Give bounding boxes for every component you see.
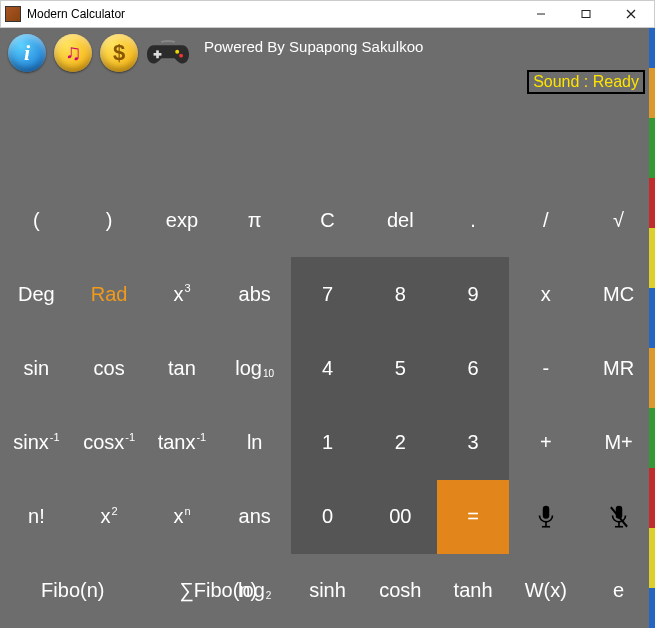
key-4[interactable]: 4 bbox=[291, 331, 364, 405]
key-deg[interactable]: Deg bbox=[0, 257, 73, 331]
music-icon: ♫ bbox=[65, 40, 82, 66]
key-divide[interactable]: / bbox=[509, 183, 582, 257]
key-decimal[interactable]: . bbox=[437, 183, 510, 257]
maximize-button[interactable] bbox=[563, 1, 608, 27]
key-x-power-n[interactable]: xn bbox=[146, 480, 219, 554]
key-arcsin[interactable]: sinx-1 bbox=[0, 405, 73, 479]
key-lambert-w[interactable]: W(x) bbox=[509, 554, 582, 628]
key-ln[interactable]: ln bbox=[218, 405, 291, 479]
key-equals[interactable]: = bbox=[437, 480, 510, 554]
key-right-paren[interactable]: ) bbox=[73, 183, 146, 257]
app-icon bbox=[5, 6, 21, 22]
key-mic-off[interactable] bbox=[582, 480, 655, 554]
key-cos[interactable]: cos bbox=[73, 331, 146, 405]
window-titlebar: Modern Calculator bbox=[0, 0, 655, 28]
key-9[interactable]: 9 bbox=[437, 257, 510, 331]
key-5[interactable]: 5 bbox=[364, 331, 437, 405]
key-memory-clear[interactable]: MC bbox=[582, 257, 655, 331]
key-tanh[interactable]: tanh bbox=[437, 554, 510, 628]
svg-rect-8 bbox=[543, 505, 550, 518]
minimize-button[interactable] bbox=[518, 1, 563, 27]
key-00[interactable]: 00 bbox=[364, 480, 437, 554]
key-pi[interactable]: π bbox=[218, 183, 291, 257]
key-sqrt[interactable]: √ bbox=[582, 183, 655, 257]
svg-rect-5 bbox=[154, 53, 162, 56]
key-6[interactable]: 6 bbox=[437, 331, 510, 405]
key-8[interactable]: 8 bbox=[364, 257, 437, 331]
key-multiply[interactable]: x bbox=[509, 257, 582, 331]
music-button[interactable]: ♫ bbox=[54, 34, 92, 72]
sound-status-badge: Sound : Ready bbox=[527, 70, 645, 94]
key-sum-fibonacci[interactable]: ∑Fibo(n) bbox=[146, 554, 292, 628]
key-sinh[interactable]: sinh bbox=[291, 554, 364, 628]
key-delete[interactable]: del bbox=[364, 183, 437, 257]
window-title: Modern Calculator bbox=[27, 7, 125, 21]
info-button[interactable]: i bbox=[8, 34, 46, 72]
key-0[interactable]: 0 bbox=[291, 480, 364, 554]
key-abs[interactable]: abs bbox=[218, 257, 291, 331]
key-cosh[interactable]: cosh bbox=[364, 554, 437, 628]
key-arccos[interactable]: cosx-1 bbox=[73, 405, 146, 479]
dollar-icon: $ bbox=[113, 40, 125, 66]
key-fibonacci[interactable]: Fibo(n) bbox=[0, 554, 146, 628]
svg-rect-1 bbox=[582, 11, 590, 18]
credit-text: Powered By Supapong Sakulkoo bbox=[198, 34, 423, 55]
app-body: i ♫ $ Powered By Supapong Sakulkoo Sound… bbox=[0, 28, 655, 628]
key-memory-recall[interactable]: MR bbox=[582, 331, 655, 405]
svg-point-7 bbox=[179, 54, 183, 58]
key-arctan[interactable]: tanx-1 bbox=[146, 405, 219, 479]
key-left-paren[interactable]: ( bbox=[0, 183, 73, 257]
coin-button[interactable]: $ bbox=[100, 34, 138, 72]
key-mic-on[interactable] bbox=[509, 480, 582, 554]
key-rad[interactable]: Rad bbox=[73, 257, 146, 331]
key-x-squared[interactable]: x2 bbox=[73, 480, 146, 554]
svg-point-6 bbox=[175, 50, 179, 54]
key-log10[interactable]: log10 bbox=[218, 331, 291, 405]
key-factorial[interactable]: n! bbox=[0, 480, 73, 554]
key-ans[interactable]: ans bbox=[218, 480, 291, 554]
key-subtract[interactable]: - bbox=[509, 331, 582, 405]
info-icon: i bbox=[24, 40, 30, 66]
key-1[interactable]: 1 bbox=[291, 405, 364, 479]
key-clear[interactable]: C bbox=[291, 183, 364, 257]
mic-icon bbox=[536, 504, 556, 530]
key-x-cubed[interactable]: x3 bbox=[146, 257, 219, 331]
key-tan[interactable]: tan bbox=[146, 331, 219, 405]
key-7[interactable]: 7 bbox=[291, 257, 364, 331]
key-3[interactable]: 3 bbox=[437, 405, 510, 479]
key-2[interactable]: 2 bbox=[364, 405, 437, 479]
key-e[interactable]: e bbox=[582, 554, 655, 628]
key-sin[interactable]: sin bbox=[0, 331, 73, 405]
gamepad-icon bbox=[147, 37, 189, 69]
gamepad-button[interactable] bbox=[146, 34, 190, 72]
mic-off-icon bbox=[609, 504, 629, 530]
key-memory-add[interactable]: M+ bbox=[582, 405, 655, 479]
close-button[interactable] bbox=[608, 1, 654, 27]
key-add[interactable]: + bbox=[509, 405, 582, 479]
key-exp[interactable]: exp bbox=[146, 183, 219, 257]
